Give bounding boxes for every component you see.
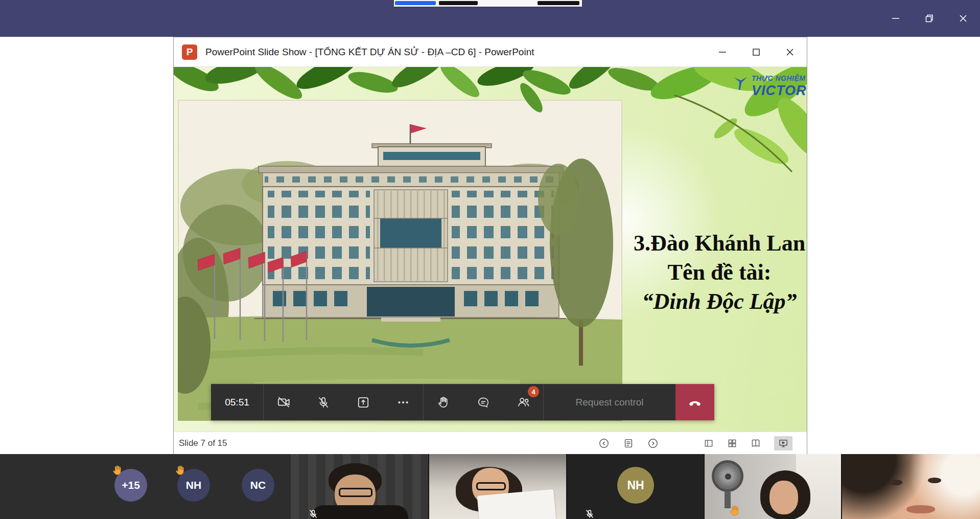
logo-text-line2: VICTORY (752, 83, 807, 99)
camera-off-icon (277, 395, 291, 409)
reading-view-button[interactable] (751, 438, 761, 448)
previous-slide-icon (598, 438, 610, 449)
participant-face (769, 481, 798, 514)
window-minimize-button[interactable] (879, 0, 913, 37)
slideshow-view-icon (778, 438, 788, 448)
caption-topic-title: “Dinh Độc Lập” (561, 287, 807, 316)
participant-avatar-overflow[interactable]: +15 (114, 469, 147, 502)
raise-hand-icon (437, 396, 450, 409)
avatar-label: NC (250, 479, 266, 491)
participant-avatar-nh[interactable]: NH (177, 469, 210, 502)
share-button[interactable] (343, 384, 383, 420)
participant-avatar-nc[interactable]: NC (242, 469, 274, 502)
slide-caption: 3.Đào Khánh Lan Tên đề tài: “Dinh Độc Lậ… (561, 229, 807, 316)
minimize-icon (717, 47, 728, 57)
powerpoint-status-bar: Slide 7 of 15 (174, 432, 807, 454)
caption-student-name: 3.Đào Khánh Lan (561, 229, 807, 258)
toolbar-peek-segment (538, 1, 579, 5)
participants-button[interactable]: 4 (503, 384, 543, 420)
raised-hand-icon (111, 464, 124, 477)
overflow-participants: +15 NH NC (0, 454, 291, 519)
avatar-label: +15 (122, 479, 140, 491)
powerpoint-app-icon: P (182, 44, 197, 60)
more-options-button[interactable] (383, 384, 423, 420)
close-icon (785, 47, 795, 57)
participants-icon (517, 395, 530, 409)
screen-share-toolbar-peek[interactable] (394, 0, 582, 7)
powerpoint-title-bar: P PowerPoint Slide Show - [TỔNG KẾT DỰ Á… (174, 37, 807, 67)
slide-area: THỰC NGHIỆM VICTORY 3.Đào Khánh Lan Tên … (174, 67, 807, 432)
maximize-icon (751, 47, 761, 57)
window-close-button[interactable] (946, 0, 980, 37)
participant-video[interactable] (428, 454, 566, 519)
raised-hand-icon (728, 504, 741, 517)
powerpoint-window-controls (706, 37, 807, 67)
normal-view-button[interactable] (704, 438, 714, 448)
participant-face (906, 505, 935, 513)
powerpoint-window-title: PowerPoint Slide Show - [TỔNG KẾT DỰ ÁN … (205, 47, 534, 58)
victory-school-logo: THỰC NGHIỆM VICTORY (732, 74, 807, 99)
chat-button[interactable] (463, 384, 503, 420)
logo-text-line1: THỰC NGHIỆM (752, 74, 807, 82)
normal-view-icon (704, 438, 714, 448)
raise-hand-button[interactable] (424, 384, 463, 420)
status-bar-icons (598, 432, 792, 455)
mic-off-button[interactable] (304, 384, 343, 420)
call-control-bar: 05:51 4 Request control (211, 384, 714, 420)
participants-badge: 4 (528, 386, 539, 397)
restore-icon (924, 13, 935, 24)
hangup-icon (688, 395, 702, 410)
ppt-close-button[interactable] (773, 37, 807, 67)
slide-sorter-view-button[interactable] (727, 438, 737, 448)
annotation-menu-icon (623, 438, 634, 449)
window-restore-button[interactable] (913, 0, 946, 37)
share-icon (357, 396, 370, 409)
slide-artwork (178, 100, 622, 421)
slide-sorter-icon (727, 438, 737, 448)
participant-avatar-initials: NH (617, 467, 654, 504)
participant-glasses (476, 482, 506, 490)
minimize-icon (891, 13, 901, 24)
fan-hub (725, 473, 731, 480)
powerpoint-icon-letter: P (186, 47, 193, 58)
participant-video[interactable]: NH (566, 454, 704, 519)
slide-counter: Slide 7 of 15 (179, 432, 227, 455)
annotation-menu-button[interactable] (623, 438, 634, 449)
close-icon (958, 13, 968, 24)
logo-text: THỰC NGHIỆM VICTORY (752, 74, 807, 99)
participant-silhouette (311, 505, 408, 519)
avatar-label: NH (186, 479, 201, 491)
window-controls (879, 0, 980, 37)
slideshow-view-button[interactable] (774, 436, 792, 450)
participant-face (928, 478, 941, 483)
camera-off-button[interactable] (264, 384, 304, 420)
chat-icon (477, 396, 490, 409)
logo-bird-icon (732, 74, 750, 93)
toolbar-peek-accent-bar (395, 1, 436, 5)
previous-slide-button[interactable] (598, 438, 610, 449)
participant-glasses (339, 488, 372, 497)
mic-muted-icon (585, 509, 595, 519)
participant-strip: +15 NH NC NH (0, 454, 980, 519)
avatar-label: NH (627, 479, 644, 492)
participant-video[interactable] (704, 454, 841, 519)
participant-video[interactable] (841, 454, 980, 519)
raised-hand-icon (174, 464, 186, 477)
caption-topic-label: Tên đề tài: (561, 258, 807, 287)
ppt-maximize-button[interactable] (739, 37, 773, 67)
more-options-icon (396, 396, 410, 409)
next-slide-icon (647, 438, 659, 449)
next-slide-button[interactable] (647, 438, 659, 449)
reading-view-icon (751, 438, 761, 448)
mic-off-icon (317, 396, 330, 409)
ppt-minimize-button[interactable] (706, 37, 739, 67)
participant-video[interactable] (291, 454, 428, 519)
request-control-button[interactable]: Request control (544, 384, 675, 420)
toolbar-peek-segment (439, 1, 478, 5)
hangup-button[interactable] (675, 384, 714, 420)
call-timer: 05:51 (211, 384, 263, 420)
mic-muted-icon (308, 509, 318, 519)
participant-face (889, 480, 902, 485)
